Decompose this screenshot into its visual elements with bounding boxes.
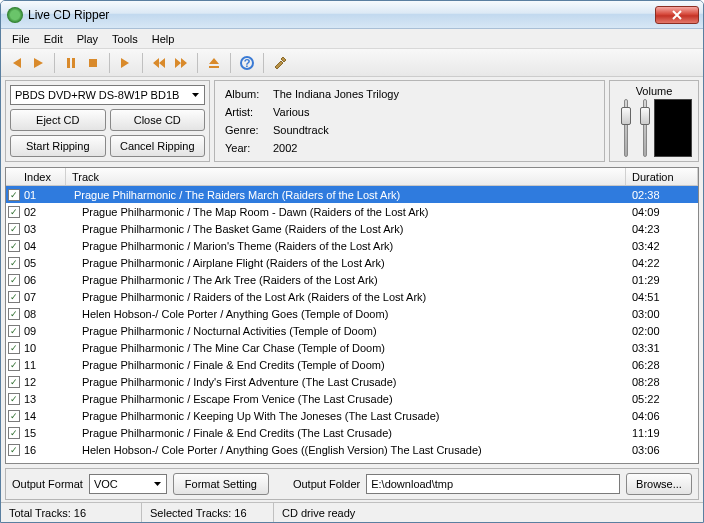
- track-duration: 04:23: [626, 223, 698, 235]
- track-row[interactable]: ✓03Prague Philharmonic / The Basket Game…: [6, 220, 698, 237]
- track-title: Helen Hobson-/ Cole Porter / Anything Go…: [66, 444, 626, 456]
- year-value: 2002: [273, 142, 594, 154]
- drive-select[interactable]: PBDS DVD+RW DS-8W1P BD1B: [10, 85, 205, 105]
- track-checkbox[interactable]: ✓: [6, 393, 22, 405]
- track-row[interactable]: ✓08Helen Hobson-/ Cole Porter / Anything…: [6, 305, 698, 322]
- track-row[interactable]: ✓09Prague Philharmonic / Nocturnal Activ…: [6, 322, 698, 339]
- prev-track-button[interactable]: [7, 54, 25, 72]
- track-row[interactable]: ✓15Prague Philharmonic / Finale & End Cr…: [6, 424, 698, 441]
- track-title: Prague Philharmonic / The Raiders March …: [66, 189, 626, 201]
- year-label: Year:: [225, 142, 273, 154]
- track-checkbox[interactable]: ✓: [6, 325, 22, 337]
- start-ripping-button[interactable]: Start Ripping: [10, 135, 106, 157]
- album-value: The Indiana Jones Trilogy: [273, 88, 594, 100]
- track-row[interactable]: ✓06Prague Philharmonic / The Ark Tree (R…: [6, 271, 698, 288]
- track-checkbox[interactable]: ✓: [6, 257, 22, 269]
- track-duration: 04:51: [626, 291, 698, 303]
- track-row[interactable]: ✓11Prague Philharmonic / Finale & End Cr…: [6, 356, 698, 373]
- cancel-ripping-button[interactable]: Cancel Ripping: [110, 135, 206, 157]
- output-format-select[interactable]: VOC: [89, 474, 167, 494]
- drive-panel: PBDS DVD+RW DS-8W1P BD1B Eject CD Close …: [5, 80, 210, 162]
- track-index: 14: [22, 410, 66, 422]
- track-checkbox[interactable]: ✓: [6, 376, 22, 388]
- track-row[interactable]: ✓10Prague Philharmonic / The Mine Car Ch…: [6, 339, 698, 356]
- menu-file[interactable]: File: [5, 31, 37, 47]
- menubar: File Edit Play Tools Help: [1, 29, 703, 49]
- settings-button[interactable]: [271, 54, 289, 72]
- volume-slider-left[interactable]: [622, 99, 629, 157]
- track-checkbox[interactable]: ✓: [6, 308, 22, 320]
- eject-button[interactable]: [205, 54, 223, 72]
- browse-button[interactable]: Browse...: [626, 473, 692, 495]
- app-window: Live CD Ripper File Edit Play Tools Help…: [0, 0, 704, 523]
- col-index[interactable]: Index: [6, 168, 66, 185]
- track-title: Helen Hobson-/ Cole Porter / Anything Go…: [66, 308, 626, 320]
- track-row[interactable]: ✓13Prague Philharmonic / Escape From Ven…: [6, 390, 698, 407]
- pause-button[interactable]: [62, 54, 80, 72]
- track-row[interactable]: ✓02Prague Philharmonic / The Map Room - …: [6, 203, 698, 220]
- menu-play[interactable]: Play: [70, 31, 105, 47]
- track-index: 13: [22, 393, 66, 405]
- track-row[interactable]: ✓07Prague Philharmonic / Raiders of the …: [6, 288, 698, 305]
- skip-prev-icon: [9, 56, 23, 70]
- track-list-body[interactable]: ✓01Prague Philharmonic / The Raiders Mar…: [6, 186, 698, 463]
- titlebar[interactable]: Live CD Ripper: [1, 1, 703, 29]
- track-list: Index Track Duration ✓01Prague Philharmo…: [5, 167, 699, 464]
- info-button[interactable]: ?: [238, 54, 256, 72]
- forward-button[interactable]: [172, 54, 190, 72]
- close-cd-button[interactable]: Close CD: [110, 109, 206, 131]
- close-icon: [672, 10, 682, 20]
- track-title: Prague Philharmonic / Keeping Up With Th…: [66, 410, 626, 422]
- format-setting-button[interactable]: Format Setting: [173, 473, 269, 495]
- col-duration[interactable]: Duration: [626, 168, 698, 185]
- track-index: 06: [22, 274, 66, 286]
- track-checkbox[interactable]: ✓: [6, 410, 22, 422]
- dropdown-icon: [191, 91, 200, 100]
- track-checkbox[interactable]: ✓: [6, 444, 22, 456]
- track-row[interactable]: ✓04Prague Philharmonic / Marion's Theme …: [6, 237, 698, 254]
- track-title: Prague Philharmonic / The Mine Car Chase…: [66, 342, 626, 354]
- rewind-button[interactable]: [150, 54, 168, 72]
- col-track[interactable]: Track: [66, 168, 626, 185]
- forward-icon: [174, 56, 188, 70]
- output-format-value: VOC: [94, 478, 118, 490]
- info-icon: ?: [239, 55, 255, 71]
- genre-label: Genre:: [225, 124, 273, 136]
- track-duration: 03:42: [626, 240, 698, 252]
- track-duration: 03:31: [626, 342, 698, 354]
- menu-edit[interactable]: Edit: [37, 31, 70, 47]
- track-row[interactable]: ✓05Prague Philharmonic / Airplane Flight…: [6, 254, 698, 271]
- stop-button[interactable]: [84, 54, 102, 72]
- app-icon: [7, 7, 23, 23]
- track-row[interactable]: ✓12Prague Philharmonic / Indy's First Ad…: [6, 373, 698, 390]
- track-checkbox[interactable]: ✓: [6, 240, 22, 252]
- output-folder-field[interactable]: E:\download\tmp: [366, 474, 620, 494]
- track-checkbox[interactable]: ✓: [6, 427, 22, 439]
- track-checkbox[interactable]: ✓: [6, 189, 22, 201]
- track-checkbox[interactable]: ✓: [6, 223, 22, 235]
- track-row[interactable]: ✓16Helen Hobson-/ Cole Porter / Anything…: [6, 441, 698, 458]
- track-checkbox[interactable]: ✓: [6, 291, 22, 303]
- track-checkbox[interactable]: ✓: [6, 206, 22, 218]
- drive-select-value: PBDS DVD+RW DS-8W1P BD1B: [15, 89, 179, 101]
- menu-tools[interactable]: Tools: [105, 31, 145, 47]
- eject-cd-button[interactable]: Eject CD: [10, 109, 106, 131]
- volume-slider-right[interactable]: [641, 99, 648, 157]
- vu-meter: [654, 99, 692, 157]
- track-duration: 03:06: [626, 444, 698, 456]
- close-button[interactable]: [655, 6, 699, 24]
- track-row[interactable]: ✓01Prague Philharmonic / The Raiders Mar…: [6, 186, 698, 203]
- play-button[interactable]: [29, 54, 47, 72]
- track-checkbox[interactable]: ✓: [6, 342, 22, 354]
- status-drive: CD drive ready: [273, 503, 703, 522]
- track-checkbox[interactable]: ✓: [6, 274, 22, 286]
- track-title: Prague Philharmonic / Raiders of the Los…: [66, 291, 626, 303]
- track-row[interactable]: ✓14Prague Philharmonic / Keeping Up With…: [6, 407, 698, 424]
- pause-icon: [64, 56, 78, 70]
- menu-help[interactable]: Help: [145, 31, 182, 47]
- next-track-button[interactable]: [117, 54, 135, 72]
- track-checkbox[interactable]: ✓: [6, 359, 22, 371]
- track-index: 01: [22, 189, 66, 201]
- track-title: Prague Philharmonic / Airplane Flight (R…: [66, 257, 626, 269]
- track-index: 08: [22, 308, 66, 320]
